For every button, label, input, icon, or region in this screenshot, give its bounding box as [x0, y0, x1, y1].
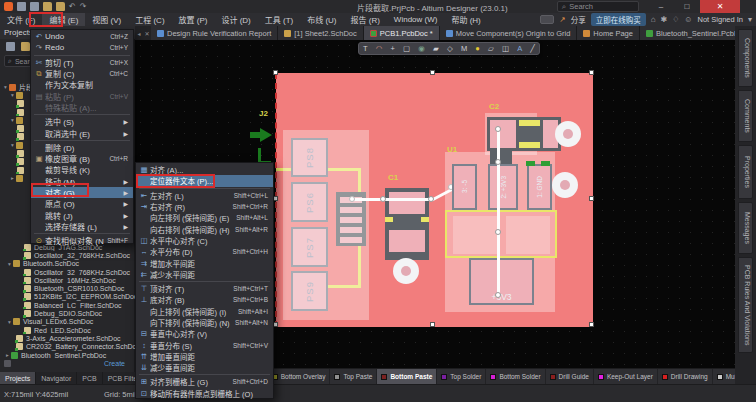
panel-tab-components[interactable]: Components	[738, 29, 753, 87]
menu-item-pack-down[interactable]: 向下排列 (保持间距) (N)Shift+Alt+N	[136, 317, 273, 328]
polygon-tool-icon[interactable]: ◇	[447, 44, 453, 53]
u1-round-pad[interactable]	[552, 172, 578, 198]
expand-arrow-icon[interactable]: ▾	[6, 261, 13, 267]
tree-item-red-led[interactable]: Red_LED.SchDoc	[0, 326, 135, 334]
menu-item-select[interactable]: 选中 (S)▶	[31, 116, 133, 127]
menu-item-distribute-h[interactable]: ↔水平分布 (D)Shift+Ctrl+H	[136, 246, 273, 257]
bottom-tab-pcb-filter[interactable]: PCB Filter	[103, 372, 135, 384]
origin-tool-icon[interactable]: ●	[475, 44, 480, 53]
menu-project[interactable]: 工程 (C)	[128, 13, 171, 26]
save-all-icon[interactable]	[30, 2, 39, 11]
menu-item-align-left[interactable]: ⇤左对齐 (L)Shift+Ctrl+L	[136, 190, 273, 201]
trace-via[interactable]	[495, 159, 501, 165]
panel-save-icon[interactable]	[6, 42, 15, 51]
tree-item-lc-filter[interactable]: Balanced_LC_Filter.SchDoc	[0, 301, 135, 309]
selection-handle[interactable]	[273, 70, 278, 75]
tree-item-sentinel-pcb[interactable]: ▸Bluetooth_Sentinel.PcbDoc	[0, 351, 135, 359]
menu-item-move[interactable]: 移动 (M)▶	[31, 176, 133, 187]
trace-via[interactable]	[495, 229, 501, 235]
region-tool-icon[interactable]: ▰	[433, 44, 439, 53]
undo-quick-icon[interactable]: ↶	[69, 2, 76, 11]
share-label[interactable]: 分享	[571, 14, 586, 25]
tab-close-icon[interactable]: ✕	[143, 26, 151, 40]
fill-tool-icon[interactable]: ◉	[418, 44, 425, 53]
user-icon[interactable]: ☺	[684, 15, 692, 24]
menu-edit[interactable]: 编辑 (E)	[42, 13, 85, 26]
routed-trace-vertical[interactable]	[497, 128, 500, 295]
tree-item-eeprom[interactable]: 512KBits_I2C_EEPROM.SchDoc	[0, 293, 135, 301]
layer-keepout[interactable]: Keep-Out Layer	[594, 369, 658, 384]
menu-item-deselect[interactable]: 取消选中 (E)▶	[31, 127, 133, 138]
gear-icon[interactable]: ✱	[660, 15, 667, 24]
menu-item-increase-hspace[interactable]: ⇉增加水平间距	[136, 257, 273, 268]
menu-view[interactable]: 视图 (V)	[85, 13, 128, 26]
panel-tab-properties[interactable]: Properties	[738, 145, 753, 199]
tab-scroll-icon[interactable]: ◂	[135, 26, 143, 40]
menu-place[interactable]: 放置 (P)	[172, 13, 215, 26]
pcb-board[interactable]: J2 PS8 PS6 PS7 PS9 C1	[276, 73, 593, 327]
designator-j2[interactable]: J2	[259, 109, 268, 118]
close-button[interactable]: ✕	[700, 0, 740, 13]
menu-design[interactable]: 设计 (D)	[214, 13, 257, 26]
selection-handle[interactable]	[430, 70, 435, 75]
menu-item-pack-right[interactable]: 向右排列 (保持间距) (H)Shift+Alt+R	[136, 223, 273, 234]
menu-item-jump[interactable]: 跳转 (J)▶	[31, 209, 133, 220]
menu-file[interactable]: 文件 (F)	[0, 13, 42, 26]
trace-via[interactable]	[428, 196, 434, 202]
layer-drill-drawing[interactable]: Drill Drawing	[658, 369, 713, 384]
create-link[interactable]: Create	[104, 360, 125, 367]
menu-reports[interactable]: 报告 (R)	[344, 13, 387, 26]
menu-item-find-similar[interactable]: ⊙查找相似对象 (N)Shift+F	[31, 235, 133, 246]
c2-pad-left[interactable]	[490, 120, 516, 148]
menu-item-position-component-text[interactable]: 定位器件文本 (P)...	[136, 175, 273, 186]
menu-item-origin[interactable]: 原点 (O)▶	[31, 198, 133, 209]
home-icon[interactable]: ⌂	[651, 15, 656, 24]
tree-item-debug-sdio[interactable]: Debug_SDIO.SchDoc	[0, 309, 135, 317]
menu-item-redo[interactable]: ↷RedoCtrl+Y	[31, 42, 133, 53]
menu-window[interactable]: Window (W)	[387, 13, 445, 26]
open-project-icon[interactable]	[56, 2, 65, 11]
menu-help[interactable]: 帮助 (H)	[444, 13, 487, 26]
menu-item-align-bottom[interactable]: ⊥底对齐 (B)Shift+Ctrl+B	[136, 294, 273, 305]
c1-pad-top[interactable]	[389, 192, 425, 214]
layer-drill-guide[interactable]: Drill Guide	[546, 369, 594, 384]
layer-bottom-overlay[interactable]: Bottom Overlay	[268, 369, 331, 384]
selection-handle[interactable]	[589, 322, 594, 327]
room-tool-icon[interactable]: ◫	[502, 44, 509, 53]
layer-bottom-solder[interactable]: Bottom Solder	[486, 369, 545, 384]
bottom-tab-pcb[interactable]: PCB	[77, 372, 102, 384]
menu-item-align[interactable]: 对齐 (G)▶	[31, 187, 133, 198]
text-tool-icon[interactable]: T	[363, 44, 368, 53]
selection-handle[interactable]	[589, 70, 594, 75]
menu-item-copy[interactable]: ⧉复制 (C)Ctrl+C	[31, 68, 133, 79]
global-search-input[interactable]: ⌕Search	[557, 1, 639, 12]
layer-top-paste[interactable]: Top Paste	[330, 369, 377, 384]
selection-handle[interactable]	[430, 322, 435, 327]
c2-round-pad[interactable]	[555, 121, 581, 147]
menu-item-increase-vspace[interactable]: ⇈增加垂直间距	[136, 351, 273, 362]
menu-item-copy-as-text[interactable]: 作为文本复制	[31, 79, 133, 90]
menu-item-align-to-grid[interactable]: ⊞对齐到栅格上 (G)Shift+Ctrl+D	[136, 376, 273, 387]
menu-item-decrease-hspace[interactable]: ⇇减少水平间距	[136, 269, 273, 280]
menu-item-align-dialog[interactable]: ▦对齐 (A)...	[136, 164, 273, 175]
trace-via[interactable]	[380, 196, 386, 202]
menu-item-delete[interactable]: 删除 (D)	[31, 142, 133, 153]
redo-quick-icon[interactable]: ↷	[80, 2, 87, 11]
u1-pin2-pad[interactable]: 2: +3V3	[488, 164, 518, 210]
menu-item-slice-tracks[interactable]: 裁剪导线 (K)	[31, 164, 133, 175]
trace-via[interactable]	[495, 126, 501, 132]
dimension-tool-icon[interactable]: M	[461, 44, 467, 53]
pad-tool-icon[interactable]: ▢	[403, 44, 410, 53]
selection-handle[interactable]	[589, 196, 594, 201]
menu-item-distribute-v[interactable]: ↕垂直分布 (S)Shift+Ctrl+V	[136, 339, 273, 350]
u1-pin1-pad[interactable]: 1: GND	[527, 164, 552, 210]
via-tool-icon[interactable]: +	[391, 44, 395, 53]
signin-label[interactable]: Not Signed In	[698, 15, 743, 24]
tree-item-oscillator16[interactable]: Oscillator_16MHz.SchDoc	[0, 276, 135, 284]
panel-tab-comments[interactable]: Comments	[738, 90, 753, 142]
bottom-tab-projects[interactable]: Projects	[0, 372, 36, 384]
menu-item-selection-memory[interactable]: 选择存储器 (L)▶	[31, 221, 133, 232]
tree-item-oscillator32b[interactable]: Oscillator_32_768KHz.SchDoc	[0, 268, 135, 276]
tab-home-page[interactable]: Home Page	[577, 26, 640, 40]
designator-u1[interactable]: U1	[447, 145, 457, 154]
